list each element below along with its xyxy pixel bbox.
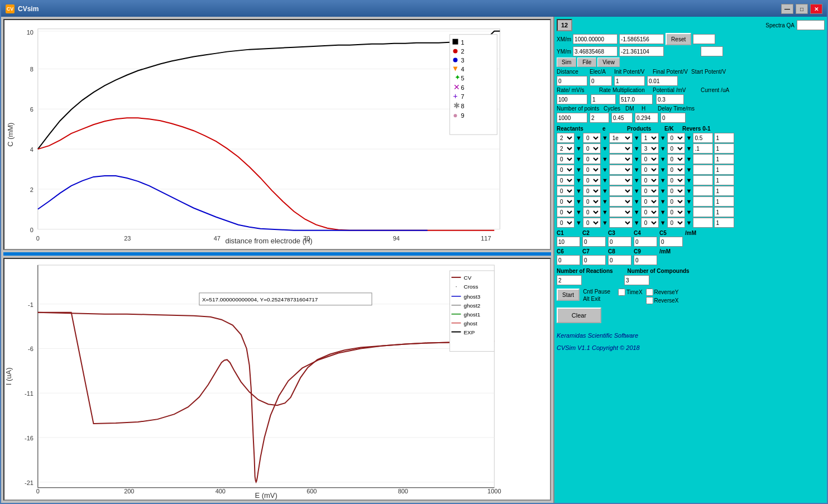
c5-input[interactable] [659, 237, 683, 247]
time-x-checkbox[interactable] [618, 289, 625, 296]
dm-input[interactable] [611, 113, 633, 123]
rev-input-4[interactable] [714, 165, 734, 175]
ek-input-4[interactable] [693, 165, 713, 175]
rev-input-3[interactable] [714, 154, 734, 164]
p1-sel-9[interactable]: 0 [641, 218, 659, 228]
reverse-y-checkbox[interactable] [646, 289, 653, 296]
c8-input[interactable] [608, 255, 631, 265]
p2-sel-5[interactable]: 0 [667, 175, 685, 185]
clear-button[interactable]: Clear [557, 308, 601, 323]
sim-tab[interactable]: Sim [557, 57, 576, 67]
ek-input-5[interactable] [693, 175, 713, 185]
e-sel-5[interactable] [609, 175, 633, 185]
p1-sel-1[interactable]: 102 [641, 133, 659, 143]
rev-input-5[interactable] [714, 175, 734, 185]
final-input[interactable] [647, 76, 678, 86]
p2-sel-6[interactable]: 0 [667, 186, 685, 196]
r1-sel-4[interactable]: 0 [557, 165, 575, 175]
reset-button[interactable]: Reset [666, 33, 691, 45]
extra-input2[interactable] [701, 46, 723, 56]
current-input[interactable] [656, 94, 684, 104]
num-points-input[interactable] [557, 113, 587, 123]
p1-sel-6[interactable]: 0 [641, 186, 659, 196]
p1-sel-4[interactable]: 0 [641, 165, 659, 175]
r1-sel-6[interactable]: 0 [557, 186, 575, 196]
minimize-button[interactable]: — [781, 4, 793, 14]
xm-input1[interactable] [573, 34, 618, 44]
file-tab[interactable]: File [577, 57, 596, 67]
extra-input1[interactable] [693, 34, 715, 44]
ek-input-1[interactable] [693, 133, 713, 143]
r1-sel-7[interactable]: 0 [557, 196, 575, 207]
elec-input[interactable] [590, 76, 612, 86]
r2-sel-5[interactable]: 0 [583, 175, 601, 185]
r2-sel-3[interactable]: 0 [583, 154, 601, 164]
reverse-y-checkbox-label[interactable]: ReverseY [646, 289, 679, 296]
p1-sel-5[interactable]: 0 [641, 175, 659, 185]
rev-input-2[interactable] [714, 143, 734, 153]
distance-input[interactable] [557, 76, 587, 86]
start-button[interactable]: Start [557, 289, 580, 301]
maximize-button[interactable]: □ [796, 4, 808, 14]
c7-input[interactable] [582, 255, 606, 265]
ek-input-2[interactable] [693, 143, 713, 153]
cycles-input[interactable] [590, 113, 609, 123]
p1-sel-3[interactable]: 0 [641, 154, 659, 164]
ek-input-3[interactable] [693, 154, 713, 164]
p2-sel-2[interactable]: 0 [667, 143, 685, 153]
rate-input[interactable] [557, 94, 587, 104]
c4-input[interactable] [634, 237, 657, 247]
p2-sel-9[interactable]: 0 [667, 218, 685, 228]
c3-input[interactable] [608, 237, 631, 247]
c2-input[interactable] [582, 237, 606, 247]
ek-input-9[interactable] [693, 218, 713, 228]
potential-input[interactable] [619, 94, 653, 104]
p1-sel-8[interactable]: 0 [641, 207, 659, 217]
view-tab[interactable]: View [597, 57, 620, 67]
r2-sel-2[interactable]: 0 [583, 143, 601, 153]
c6-input[interactable] [557, 255, 580, 265]
r2-sel-6[interactable]: 0 [583, 186, 601, 196]
e-sel-2[interactable]: 1e [609, 143, 633, 153]
ek-input-8[interactable] [693, 207, 713, 217]
r2-sel-8[interactable]: 0 [583, 207, 601, 217]
num-compounds-input[interactable] [624, 275, 649, 285]
r1-sel-9[interactable]: 0 [557, 218, 575, 228]
ek-input-6[interactable] [693, 186, 713, 196]
rev-input-9[interactable] [714, 218, 734, 228]
c1-input[interactable] [557, 237, 580, 247]
r2-sel-7[interactable]: 0 [583, 196, 601, 207]
p2-sel-3[interactable]: 0 [667, 154, 685, 164]
e-sel-1[interactable]: 1e02e [609, 133, 633, 143]
rev-input-7[interactable] [714, 196, 734, 207]
p2-sel-8[interactable]: 0 [667, 207, 685, 217]
p2-sel-7[interactable]: 0 [667, 196, 685, 207]
r1-sel-3[interactable]: 0 [557, 154, 575, 164]
close-button[interactable]: ✕ [810, 4, 822, 14]
xm-input2[interactable] [619, 34, 664, 44]
ym-input2[interactable] [619, 46, 664, 56]
c9-input[interactable] [634, 255, 657, 265]
r2-sel-9[interactable]: 0 [583, 218, 601, 228]
rate-mult-input[interactable] [591, 94, 616, 104]
r2-sel-4[interactable]: 0 [583, 165, 601, 175]
e-sel-6[interactable] [609, 186, 633, 196]
e-sel-3[interactable] [609, 154, 633, 164]
e-sel-7[interactable] [609, 196, 633, 207]
e-sel-9[interactable] [609, 218, 633, 228]
e-sel-8[interactable] [609, 207, 633, 217]
spectra-input[interactable] [797, 20, 825, 30]
p2-sel-1[interactable]: 012 [667, 133, 685, 143]
reverse-x-checkbox[interactable] [646, 297, 653, 304]
ek-input-7[interactable] [693, 196, 713, 207]
reverse-x-checkbox-label[interactable]: ReverseX [646, 297, 679, 304]
p2-sel-4[interactable]: 0 [667, 165, 685, 175]
time-x-checkbox-label[interactable]: TimeX [618, 289, 643, 296]
r1-sel-2[interactable]: 20 [557, 143, 575, 153]
e-sel-4[interactable] [609, 165, 633, 175]
num-reactions-input[interactable] [557, 275, 582, 285]
r2-sel-1[interactable]: 012 [583, 133, 601, 143]
ym-input1[interactable] [573, 46, 618, 56]
rev-input-1[interactable] [714, 133, 734, 143]
r1-sel-8[interactable]: 0 [557, 207, 575, 217]
